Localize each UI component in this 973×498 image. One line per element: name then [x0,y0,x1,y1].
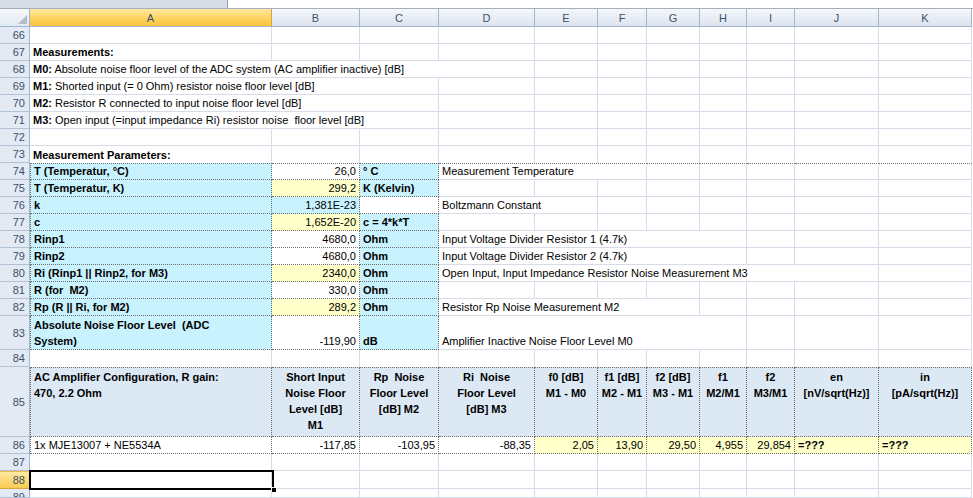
cell-C78[interactable]: Ohm [360,231,439,248]
cell-I66[interactable] [747,27,795,44]
cell-B83[interactable]: -119,90 [272,316,360,350]
row-header-72[interactable]: 72 [0,129,30,146]
cell-C75[interactable]: K (Kelvin) [360,180,439,197]
cell-G74[interactable] [647,163,700,180]
cell-B67[interactable] [272,44,360,61]
cell-K89[interactable] [879,489,972,498]
cell-G72[interactable] [647,129,700,146]
column-header-J[interactable]: J [795,9,879,27]
row-header-82[interactable]: 82 [0,299,30,316]
cell-J86[interactable]: =??? [795,437,879,454]
cell-H67[interactable] [700,44,747,61]
cell-D83[interactable]: Amplifier Inactive Noise Floor Level M0 [439,316,747,350]
cell-F75[interactable] [598,180,647,197]
cell-K86[interactable]: =??? [879,437,972,454]
column-header-C[interactable]: C [360,9,439,27]
cell-D87[interactable] [439,454,535,471]
cell-C77[interactable]: c = 4*k*T [360,214,439,231]
cell-I75[interactable] [747,180,795,197]
cell-F85[interactable]: f1 [dB] M2 - M1 [598,367,647,437]
cell-J78[interactable] [795,231,879,248]
cell-C88[interactable] [360,471,439,489]
cell-D88[interactable] [439,471,535,489]
cell-I89[interactable] [747,489,795,498]
cell-K84[interactable] [879,350,972,367]
cell-I69[interactable] [747,78,795,95]
cell-C81[interactable]: Ohm [360,282,439,299]
cell-I74[interactable] [747,163,795,180]
row-header-78[interactable]: 78 [0,231,30,248]
cell-A74[interactable]: T (Temperatur, °C) [30,163,272,180]
cell-D67[interactable] [439,44,535,61]
cell-E70[interactable] [535,95,598,112]
cell-A78[interactable]: Rinp1 [30,231,272,248]
cell-H72[interactable] [700,129,747,146]
cell-A83[interactable]: Absolute Noise Floor Level (ADC System) [30,316,272,350]
cell-H82[interactable] [700,299,747,316]
cell-J74[interactable] [795,163,879,180]
column-header-D[interactable]: D [439,9,535,27]
cell-B77[interactable]: 1,652E-20 [272,214,360,231]
cell-A66[interactable] [30,27,272,44]
cell-J69[interactable] [795,78,879,95]
cell-F66[interactable] [598,27,647,44]
cell-J89[interactable] [795,489,879,498]
cell-C76[interactable] [360,197,439,214]
cell-C82[interactable]: Ohm [360,299,439,316]
cell-D74[interactable]: Measurement Temperature [439,163,647,180]
cell-D76[interactable]: Boltzmann Constant [439,197,598,214]
fill-handle[interactable] [271,487,276,492]
cell-A80[interactable]: Ri (Rinp1 || Rinp2, for M3) [30,265,272,282]
cell-G84[interactable] [647,350,700,367]
cell-A67[interactable]: Measurements: [30,44,272,61]
cell-J83[interactable] [795,316,879,350]
cell-K73[interactable] [879,146,972,163]
cell-H89[interactable] [700,489,747,498]
cell-H71[interactable] [700,112,747,129]
cell-G87[interactable] [647,454,700,471]
cell-K83[interactable] [879,316,972,350]
cell-A81[interactable]: R (for M2) [30,282,272,299]
cell-H84[interactable] [700,350,747,367]
cell-D79[interactable]: Input Voltage Divider Resistor 2 (4.7k) [439,248,747,265]
cell-E68[interactable] [535,61,598,78]
cell-B75[interactable]: 299,2 [272,180,360,197]
cell-E88[interactable] [535,471,598,489]
cell-A79[interactable]: Rinp2 [30,248,272,265]
cell-A69[interactable]: M1: Shorted input (= 0 Ohm) resistor noi… [30,78,439,95]
cell-K82[interactable] [879,299,972,316]
cell-F81[interactable] [598,282,647,299]
cell-B89[interactable] [272,489,360,498]
cell-I83[interactable] [747,316,795,350]
cell-B78[interactable]: 4680,0 [272,231,360,248]
row-header-89[interactable]: 89 [0,489,30,498]
row-header-83[interactable]: 83 [0,316,30,350]
cell-A75[interactable]: T (Temperatur, K) [30,180,272,197]
row-header-74[interactable]: 74 [0,163,30,180]
cell-I81[interactable] [747,282,795,299]
cell-A71[interactable]: M3: Open input (=input impedance Ri) res… [30,112,439,129]
cell-K71[interactable] [879,112,972,129]
cell-D81[interactable] [439,282,535,299]
cell-H85[interactable]: f1 M2/M1 [700,367,747,437]
cell-I88[interactable] [747,471,795,489]
cell-E77[interactable] [535,214,598,231]
cell-F84[interactable] [598,350,647,367]
cell-G89[interactable] [647,489,700,498]
row-header-87[interactable]: 87 [0,454,30,471]
cell-I86[interactable]: 29,854 [747,437,795,454]
cell-I82[interactable] [747,299,795,316]
row-header-67[interactable]: 67 [0,44,30,61]
cell-A76[interactable]: k [30,197,272,214]
cell-B88[interactable] [272,471,360,489]
cell-F73[interactable] [598,146,647,163]
cell-I70[interactable] [747,95,795,112]
cell-H74[interactable] [700,163,747,180]
column-header-H[interactable]: H [700,9,747,27]
cell-I68[interactable] [747,61,795,78]
cell-D72[interactable] [439,129,535,146]
cell-B80[interactable]: 2340,0 [272,265,360,282]
cell-K66[interactable] [879,27,972,44]
column-header-E[interactable]: E [535,9,598,27]
cell-F88[interactable] [598,471,647,489]
